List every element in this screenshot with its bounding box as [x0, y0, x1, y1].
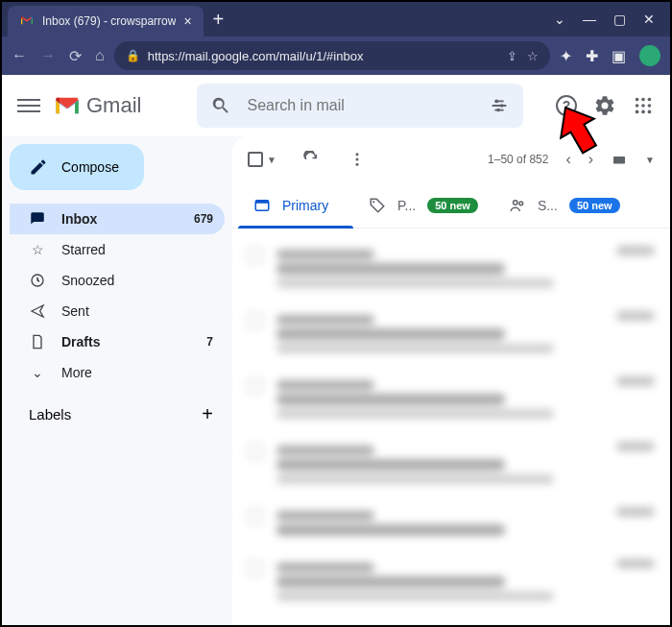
people-icon: [509, 197, 526, 214]
svg-point-1: [500, 104, 504, 108]
lock-icon: 🔒: [126, 49, 140, 62]
nav-label: Inbox: [61, 211, 97, 227]
nav-label: Snoozed: [61, 273, 114, 288]
svg-point-8: [636, 104, 639, 108]
refresh-button[interactable]: [300, 148, 323, 171]
more-button[interactable]: [346, 148, 369, 171]
inbox-tab-icon: [253, 197, 271, 214]
bookmark-icon[interactable]: ☆: [527, 49, 539, 63]
tab-label: S...: [538, 198, 558, 213]
email-row[interactable]: [232, 301, 670, 367]
home-icon[interactable]: ⌂: [95, 47, 105, 64]
compose-label: Compose: [61, 159, 119, 175]
svg-point-18: [355, 163, 358, 166]
tab-bar: Inbox (679) - crowsparrow × + ⌄ — ▢ ✕: [2, 2, 670, 36]
svg-point-12: [641, 110, 645, 114]
labels-title: Labels: [29, 406, 71, 422]
search-icon[interactable]: [210, 95, 231, 116]
search-container[interactable]: [197, 84, 523, 128]
svg-point-11: [636, 110, 639, 114]
gmail-header: Gmail ?: [2, 75, 670, 136]
svg-point-2: [497, 109, 501, 112]
social-badge: 50 new: [569, 198, 620, 213]
svg-text:?: ?: [563, 98, 571, 113]
reload-icon[interactable]: ⟳: [69, 47, 82, 65]
sidebar-item-snoozed[interactable]: Snoozed: [10, 265, 225, 296]
svg-point-22: [372, 201, 374, 203]
svg-point-16: [355, 153, 358, 156]
window-controls: ⌄ — ▢ ✕: [554, 12, 664, 27]
close-window-icon[interactable]: ✕: [643, 12, 655, 27]
clock-icon: [29, 273, 46, 288]
gmail-icon: [54, 95, 81, 116]
chevron-down-icon[interactable]: ⌄: [554, 12, 565, 27]
email-row[interactable]: [232, 236, 670, 301]
sidebar-item-drafts[interactable]: Drafts 7: [10, 326, 225, 357]
search-options-icon[interactable]: [489, 95, 510, 116]
svg-point-23: [513, 200, 517, 205]
chevron-down-icon: ▼: [267, 155, 276, 165]
url-box[interactable]: 🔒 https://mail.google.com/mail/u/1/#inbo…: [114, 41, 550, 70]
content-area: ▼ 1–50 of 852 ‹ › ▼ Primary: [232, 136, 670, 625]
search-input[interactable]: [245, 96, 475, 115]
add-label-button[interactable]: +: [202, 403, 213, 425]
sidebar-item-more[interactable]: ⌄ More: [10, 357, 225, 388]
maximize-icon[interactable]: ▢: [613, 12, 626, 27]
page-range[interactable]: 1–50 of 852: [488, 153, 548, 166]
svg-point-0: [495, 100, 499, 104]
minimize-icon[interactable]: —: [583, 12, 596, 27]
extensions-puzzle-icon[interactable]: ✚: [586, 47, 598, 65]
chevron-down-icon[interactable]: ▼: [645, 155, 655, 165]
tab-primary[interactable]: Primary: [238, 182, 353, 228]
tab-promotions[interactable]: P... 50 new: [353, 182, 493, 228]
email-row[interactable]: [232, 497, 670, 549]
sidebar-item-starred[interactable]: ☆ Starred: [10, 234, 225, 265]
forward-icon[interactable]: →: [40, 47, 56, 64]
profile-avatar[interactable]: [639, 45, 660, 66]
labels-header: Labels +: [10, 388, 225, 425]
tab-label: Primary: [282, 198, 328, 213]
tag-icon: [369, 197, 386, 214]
close-tab-icon[interactable]: ×: [183, 13, 191, 29]
tab-social[interactable]: S... 50 new: [493, 182, 636, 228]
url-text: https://mail.google.com/mail/u/1/#inbox: [148, 49, 364, 63]
share-icon[interactable]: ⇪: [507, 49, 517, 63]
email-row[interactable]: [232, 549, 670, 615]
browser-tab[interactable]: Inbox (679) - crowsparrow ×: [8, 6, 204, 36]
nav-label: Drafts: [61, 334, 100, 350]
panel-icon[interactable]: ▣: [612, 47, 626, 65]
svg-point-10: [648, 104, 652, 108]
svg-point-7: [648, 98, 652, 102]
sidebar-item-sent[interactable]: Sent: [10, 296, 225, 326]
email-list: [232, 229, 670, 622]
svg-point-17: [355, 158, 358, 161]
gmail-logo[interactable]: Gmail: [54, 93, 141, 118]
svg-point-9: [641, 104, 645, 108]
gmail-favicon: [19, 13, 35, 29]
svg-point-13: [648, 110, 652, 114]
main-menu-button[interactable]: [17, 95, 40, 116]
support-icon[interactable]: ?: [555, 94, 578, 117]
compose-button[interactable]: Compose: [10, 144, 144, 190]
sidebar-item-inbox[interactable]: Inbox 679: [10, 204, 225, 234]
email-row[interactable]: [232, 367, 670, 432]
next-page-button[interactable]: ›: [588, 151, 593, 168]
svg-rect-19: [613, 157, 625, 164]
new-tab-button[interactable]: +: [213, 9, 225, 31]
back-icon[interactable]: ←: [12, 47, 27, 64]
email-row[interactable]: [232, 432, 670, 497]
inbox-icon: [29, 210, 46, 228]
draft-icon: [29, 334, 46, 350]
input-tools-button[interactable]: [611, 151, 628, 168]
tab-title: Inbox (679) - crowsparrow: [42, 14, 176, 28]
extension-icon[interactable]: ✦: [560, 47, 572, 65]
tab-label: P...: [397, 198, 416, 213]
prev-page-button[interactable]: ‹: [565, 151, 570, 168]
gmail-text: Gmail: [86, 93, 141, 118]
pencil-icon: [29, 157, 48, 177]
select-all-checkbox[interactable]: ▼: [248, 152, 276, 167]
nav-count: 679: [194, 212, 213, 226]
settings-gear-icon[interactable]: [593, 94, 616, 117]
chevron-down-icon: ⌄: [29, 365, 46, 380]
apps-grid-icon[interactable]: [632, 94, 655, 117]
